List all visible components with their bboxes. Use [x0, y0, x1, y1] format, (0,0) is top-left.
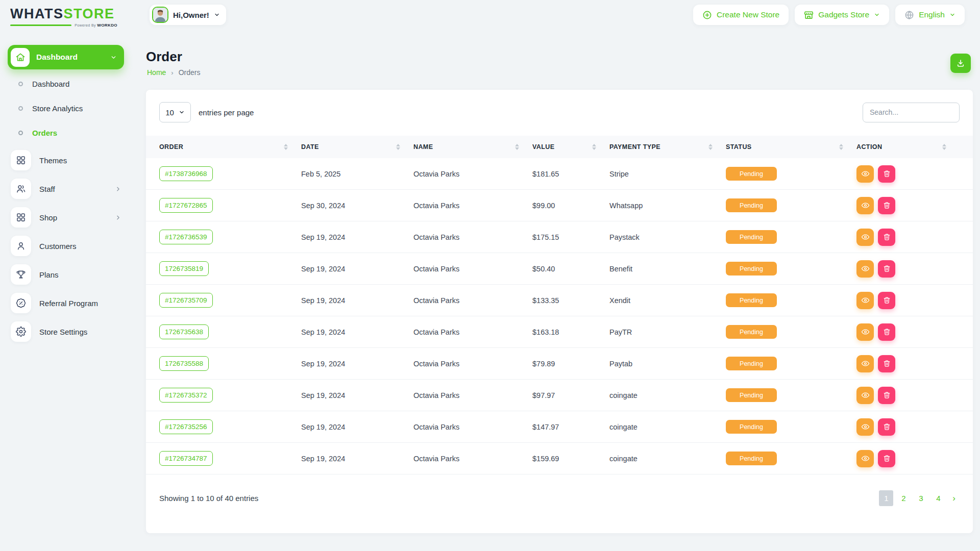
- order-id-badge[interactable]: #1738736968: [159, 166, 213, 181]
- view-order-button[interactable]: [856, 387, 874, 404]
- sidebar-item-customers[interactable]: Customers: [0, 232, 132, 260]
- column-header-order[interactable]: ORDER: [159, 143, 301, 151]
- sidebar-item-shop[interactable]: Shop: [0, 203, 132, 232]
- eye-icon: [861, 391, 870, 399]
- column-header-action[interactable]: ACTION: [856, 143, 960, 151]
- view-order-button[interactable]: [856, 355, 874, 372]
- view-order-button[interactable]: [856, 450, 874, 467]
- payment-type: Paystack: [609, 233, 726, 241]
- payment-type: coingate: [609, 423, 726, 431]
- delete-order-button[interactable]: [878, 229, 895, 246]
- store-switcher-button[interactable]: Gadgets Store: [795, 5, 889, 25]
- sidebar-subitem-dashboard[interactable]: Dashboard: [0, 71, 132, 96]
- order-id-badge[interactable]: 1726735819: [159, 261, 209, 276]
- sort-arrows-icon: [284, 144, 288, 150]
- globe-icon: [904, 10, 914, 20]
- sidebar-item-themes[interactable]: Themes: [0, 146, 132, 174]
- view-order-button[interactable]: [856, 292, 874, 309]
- status-badge: Pending: [726, 357, 777, 370]
- delete-order-button[interactable]: [878, 292, 895, 309]
- view-order-button[interactable]: [856, 418, 874, 436]
- create-new-store-label: Create New Store: [717, 10, 779, 19]
- order-id-badge[interactable]: #1726735256: [159, 419, 213, 434]
- page-title: Order: [146, 49, 182, 65]
- view-order-button[interactable]: [856, 229, 874, 246]
- view-order-button[interactable]: [856, 323, 874, 341]
- column-header-status[interactable]: STATUS: [726, 143, 856, 151]
- sidebar-item-store-settings[interactable]: Store Settings: [0, 317, 132, 346]
- column-header-payment-type[interactable]: PAYMENT TYPE: [609, 143, 726, 151]
- sidebar-subitem-store-analytics[interactable]: Store Analytics: [0, 96, 132, 120]
- order-id-badge[interactable]: 1726735638: [159, 324, 209, 339]
- export-download-button[interactable]: [950, 54, 971, 73]
- table-row: 1726735638Sep 19, 2024Octavia Parks$163.…: [146, 316, 973, 348]
- order-id-badge[interactable]: #1726736539: [159, 230, 213, 244]
- trash-icon: [883, 423, 891, 431]
- pagination: 1234›: [879, 490, 960, 506]
- sidebar-item-plans[interactable]: Plans: [0, 260, 132, 289]
- view-order-button[interactable]: [856, 197, 874, 214]
- user-menu[interactable]: Hi,Owner!: [150, 5, 226, 25]
- page-button-3[interactable]: 3: [914, 490, 928, 506]
- payment-type: Whatsapp: [609, 202, 726, 210]
- sidebar-subitem-label: Dashboard: [32, 80, 69, 88]
- sidebar-subitem-label: Store Analytics: [32, 104, 83, 113]
- order-id-badge[interactable]: #1726735372: [159, 388, 213, 403]
- order-date: Sep 19, 2024: [301, 328, 413, 336]
- customer-name: Octavia Parks: [413, 328, 532, 336]
- delete-order-button[interactable]: [878, 418, 895, 436]
- breadcrumb-home-link[interactable]: Home: [147, 68, 166, 77]
- breadcrumb-current: Orders: [179, 68, 201, 77]
- column-header-value[interactable]: VALUE: [532, 143, 609, 151]
- delete-order-button[interactable]: [878, 197, 895, 214]
- order-id-badge[interactable]: #1726734787: [159, 451, 213, 466]
- order-date: Sep 19, 2024: [301, 296, 413, 305]
- entries-per-page-select[interactable]: 10: [159, 102, 191, 122]
- create-new-store-button[interactable]: Create New Store: [693, 5, 789, 25]
- sidebar-item-label: Themes: [39, 156, 121, 165]
- delete-order-button[interactable]: [878, 355, 895, 372]
- column-label: DATE: [301, 143, 319, 151]
- delete-order-button[interactable]: [878, 450, 895, 467]
- customer-name: Octavia Parks: [413, 170, 532, 178]
- next-page-button[interactable]: ›: [948, 493, 960, 504]
- sidebar-subitem-orders[interactable]: Orders: [0, 120, 132, 145]
- delete-order-button[interactable]: [878, 323, 895, 341]
- view-order-button[interactable]: [856, 260, 874, 278]
- order-date: Sep 30, 2024: [301, 202, 413, 210]
- search-input[interactable]: [863, 103, 960, 122]
- sort-arrows-icon: [396, 144, 400, 150]
- sidebar-item-referral-program[interactable]: Referral Program: [0, 289, 132, 317]
- sidebar-group-label: Dashboard: [36, 53, 104, 62]
- page-button-2[interactable]: 2: [896, 490, 911, 506]
- sort-arrows-icon: [839, 144, 843, 150]
- sidebar-item-staff[interactable]: Staff: [0, 174, 132, 203]
- delete-order-button[interactable]: [878, 165, 895, 183]
- order-id-badge[interactable]: #1726735709: [159, 293, 213, 308]
- view-order-button[interactable]: [856, 165, 874, 183]
- customer-name: Octavia Parks: [413, 423, 532, 431]
- table-row: #1726735372Sep 19, 2024Octavia Parks$97.…: [146, 380, 973, 411]
- brand-logo[interactable]: WHATSSTORE Powered By WORKDO: [10, 7, 117, 28]
- order-value: $181.65: [532, 170, 609, 178]
- language-selector-button[interactable]: English: [895, 5, 965, 25]
- delete-order-button[interactable]: [878, 260, 895, 278]
- order-id-badge[interactable]: 1726735588: [159, 356, 209, 371]
- sidebar-item-label: Staff: [39, 185, 107, 193]
- column-header-name[interactable]: NAME: [413, 143, 532, 151]
- showing-entries-text: Showing 1 to 10 of 40 entries: [159, 494, 258, 503]
- column-label: STATUS: [726, 143, 752, 151]
- eye-icon: [861, 422, 870, 431]
- table-body: #1738736968Feb 5, 2025Octavia Parks$181.…: [146, 158, 973, 474]
- page-button-1[interactable]: 1: [879, 490, 893, 506]
- page-button-4[interactable]: 4: [931, 490, 945, 506]
- grid-icon: [11, 150, 31, 170]
- column-header-date[interactable]: DATE: [301, 143, 413, 151]
- sidebar-item-dashboard-group[interactable]: Dashboard: [8, 45, 124, 69]
- payment-type: Paytab: [609, 360, 726, 368]
- eye-icon: [861, 264, 870, 273]
- order-id-badge[interactable]: #1727672865: [159, 198, 213, 213]
- delete-order-button[interactable]: [878, 387, 895, 404]
- trash-icon: [883, 455, 891, 462]
- table-row: 1726735819Sep 19, 2024Octavia Parks$50.4…: [146, 253, 973, 285]
